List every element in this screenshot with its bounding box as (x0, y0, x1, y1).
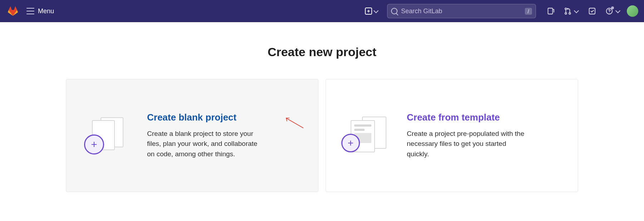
chevron-down-icon (574, 9, 579, 14)
card-description: Create a blank project to store your fil… (147, 129, 265, 159)
chevron-down-icon (615, 9, 620, 14)
project-options: + Create blank project Create a blank pr… (66, 79, 578, 192)
todos-icon (588, 7, 596, 15)
topbar: Menu + / (0, 0, 644, 22)
search-input[interactable] (401, 8, 525, 15)
menu-button[interactable]: Menu (23, 5, 58, 17)
search-kbd-hint: / (525, 8, 532, 15)
svg-point-3 (569, 13, 571, 14)
plus-icon: + (365, 8, 372, 15)
main-content: Create new project + Create blank projec… (0, 22, 644, 192)
create-from-template-card[interactable]: + Create from template Create a project … (326, 79, 578, 192)
search-box[interactable]: / (387, 4, 536, 18)
card-title: Create from template (407, 112, 565, 123)
help-icon (605, 7, 613, 15)
card-title: Create blank project (147, 112, 305, 123)
card-illustration: + (79, 116, 133, 155)
tanuki-icon (8, 6, 18, 16)
merge-requests-dropdown[interactable] (564, 7, 579, 15)
svg-point-2 (565, 13, 567, 14)
issues-icon (547, 7, 555, 15)
card-text: Create from template Create a project pr… (407, 112, 565, 159)
plus-circle-icon: + (341, 134, 360, 152)
svg-point-6 (609, 13, 609, 13)
create-blank-project-card[interactable]: + Create blank project Create a blank pr… (66, 79, 318, 192)
svg-point-1 (565, 8, 567, 10)
todos-link[interactable] (588, 7, 596, 15)
issues-link[interactable] (547, 7, 555, 15)
card-description: Create a project pre-populated with the … (407, 129, 525, 159)
blank-project-illustration: + (86, 116, 126, 155)
template-illustration: + (344, 116, 387, 155)
page-title: Create new project (268, 45, 376, 59)
plus-circle-icon: + (84, 134, 104, 154)
user-avatar[interactable] (627, 5, 638, 17)
create-new-dropdown[interactable]: + (362, 5, 381, 17)
card-illustration: + (339, 116, 392, 155)
search-icon (391, 8, 397, 14)
nav-icons (547, 7, 620, 15)
help-dropdown[interactable] (605, 7, 620, 15)
svg-rect-0 (548, 8, 553, 14)
merge-request-icon (564, 7, 572, 15)
hamburger-icon (26, 8, 34, 14)
menu-label: Menu (38, 8, 54, 15)
card-text: Create blank project Create a blank proj… (147, 112, 305, 159)
notification-dot-icon (611, 6, 614, 9)
chevron-down-icon (374, 9, 379, 14)
gitlab-logo[interactable] (6, 4, 20, 18)
svg-rect-4 (589, 8, 595, 14)
